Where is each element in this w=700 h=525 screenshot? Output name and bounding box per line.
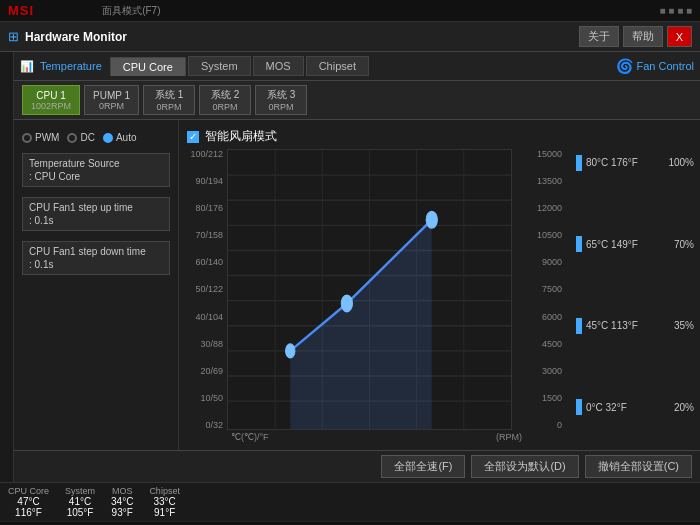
- fan-control-bar: CPU 1 1002RPM PUMP 1 0RPM 系统 1 0RPM 系统 2…: [14, 81, 700, 120]
- scale-temp-4: 0°C 32°F: [586, 402, 627, 413]
- msi-bar: MSI 面具模式(F7) ■ ■ ■ ■: [0, 0, 700, 22]
- chart-area: ✓ 智能风扇模式 100/212 90/194 80/176 70/158 60…: [179, 120, 570, 450]
- chart-point-3[interactable]: [426, 211, 437, 228]
- step-down-label: CPU Fan1 step down time: [29, 246, 163, 257]
- status-mos-label: MOS: [111, 486, 133, 496]
- temp-tab-icon: 📊: [20, 60, 34, 73]
- radio-dc[interactable]: DC: [67, 132, 94, 143]
- status-system-label: System: [65, 486, 95, 496]
- left-sidebar: [0, 52, 14, 482]
- step-up-time-box: CPU Fan1 step up time : 0.1s: [22, 197, 170, 231]
- title-bar-left: ⊞ Hardware Monitor: [8, 29, 127, 44]
- help-button[interactable]: 帮助: [623, 26, 663, 47]
- scale-bar-1: [576, 155, 582, 171]
- full-speed-button[interactable]: 全部全速(F): [381, 455, 465, 478]
- tab-chipset[interactable]: Chipset: [306, 56, 369, 76]
- radio-auto[interactable]: Auto: [103, 132, 137, 143]
- status-chipset-label: Chipset: [149, 486, 180, 496]
- right-scale: 80°C 176°F 100% 65°C 149°F 70% 45°C 113°…: [570, 120, 700, 450]
- status-chipset: Chipset 33°C 91°F: [149, 486, 180, 518]
- status-system-temp2: 105°F: [65, 507, 95, 518]
- step-down-time-box: CPU Fan1 step down time : 0.1s: [22, 241, 170, 275]
- radio-dc-label: DC: [80, 132, 94, 143]
- x-unit-right: (RPM): [496, 432, 522, 442]
- tab-bar: 📊 Temperature CPU Core System MOS Chipse…: [14, 52, 700, 81]
- fan-control-label[interactable]: Fan Control: [637, 60, 694, 72]
- scale-pct-4: 20%: [674, 402, 694, 413]
- chart-svg[interactable]: [228, 150, 511, 429]
- temperature-source-label: Temperature Source: [29, 158, 163, 169]
- content-area: PWM DC Auto Temperature Source : CPU Cor…: [14, 120, 700, 450]
- tab-mos[interactable]: MOS: [253, 56, 304, 76]
- radio-dc-circle: [67, 133, 77, 143]
- about-button[interactable]: 关于: [579, 26, 619, 47]
- status-cpu-core-temp2: 116°F: [8, 507, 49, 518]
- fan-control-icon: 🌀: [616, 58, 633, 74]
- step-up-value: : 0.1s: [29, 213, 163, 226]
- scale-bar-4: [576, 399, 582, 415]
- tab-system[interactable]: System: [188, 56, 251, 76]
- radio-pwm-label: PWM: [35, 132, 59, 143]
- msi-bar-right: ■ ■ ■ ■: [660, 5, 693, 16]
- radio-auto-circle: [103, 133, 113, 143]
- chart-x-axis: ℃(℃)/°F (RPM): [187, 430, 562, 442]
- radio-pwm-circle: [22, 133, 32, 143]
- title-bar-right: 关于 帮助 X: [579, 26, 692, 47]
- scale-row-1: 80°C 176°F 100%: [576, 155, 694, 171]
- chart-title: 智能风扇模式: [205, 128, 277, 145]
- msi-logo: MSI: [8, 3, 34, 18]
- main-content: 📊 Temperature CPU Core System MOS Chipse…: [0, 52, 700, 482]
- chart-point-1[interactable]: [286, 344, 295, 358]
- scale-row-2: 65°C 149°F 70%: [576, 236, 694, 252]
- window-title: Hardware Monitor: [25, 30, 127, 44]
- x-unit-left: ℃(℃)/°F: [231, 432, 269, 442]
- step-down-value: : 0.1s: [29, 257, 163, 270]
- step-up-label: CPU Fan1 step up time: [29, 202, 163, 213]
- left-controls: PWM DC Auto Temperature Source : CPU Cor…: [14, 120, 179, 450]
- status-chipset-temp1: 33°C: [149, 496, 180, 507]
- status-mos-temp2: 93°F: [111, 507, 133, 518]
- temperature-source-value: : CPU Core: [29, 169, 163, 182]
- scale-temp-1: 80°C 176°F: [586, 157, 638, 168]
- chart-title-bar: ✓ 智能风扇模式: [187, 128, 562, 145]
- chart-container[interactable]: 100/212 90/194 80/176 70/158 60/140 50/1…: [187, 149, 562, 430]
- scale-row-4: 0°C 32°F 20%: [576, 399, 694, 415]
- status-cpu-core-label: CPU Core: [8, 486, 49, 496]
- status-mos: MOS 34°C 93°F: [111, 486, 133, 518]
- status-mos-temp1: 34°C: [111, 496, 133, 507]
- scale-temp-3: 45°C 113°F: [586, 320, 638, 331]
- radio-auto-label: Auto: [116, 132, 137, 143]
- scale-pct-2: 70%: [674, 239, 694, 250]
- scale-bar-2: [576, 236, 582, 252]
- fan-sys1-button[interactable]: 系统 1 0RPM: [143, 85, 195, 115]
- mode-label: 面具模式(F7): [102, 4, 160, 18]
- chart-y-left: 100/212 90/194 80/176 70/158 60/140 50/1…: [187, 149, 227, 430]
- temperature-tab-label[interactable]: Temperature: [40, 60, 102, 72]
- tab-cpu-core[interactable]: CPU Core: [110, 57, 186, 76]
- scale-temp-2: 65°C 149°F: [586, 239, 638, 250]
- bottom-buttons: 全部全速(F) 全部设为默认(D) 撤销全部设置(C): [14, 450, 700, 482]
- fan-pump1-button[interactable]: PUMP 1 0RPM: [84, 85, 139, 115]
- chart-enable-checkbox[interactable]: ✓: [187, 131, 199, 143]
- fan-speed-buttons: CPU 1 1002RPM PUMP 1 0RPM 系统 1 0RPM 系统 2…: [22, 85, 307, 115]
- fan-sys3-button[interactable]: 系统 3 0RPM: [255, 85, 307, 115]
- status-bar: CPU Core 47°C 116°F System 41°C 105°F MO…: [0, 482, 700, 521]
- title-bar: ⊞ Hardware Monitor 关于 帮助 X: [0, 22, 700, 52]
- set-default-button[interactable]: 全部设为默认(D): [471, 455, 578, 478]
- status-system-temp1: 41°C: [65, 496, 95, 507]
- close-button[interactable]: X: [667, 26, 692, 47]
- fan-cpu1-button[interactable]: CPU 1 1002RPM: [22, 85, 80, 115]
- scale-pct-1: 100%: [668, 157, 694, 168]
- chart-y-right: 15000 13500 12000 10500 9000 7500 6000 4…: [512, 149, 562, 430]
- scale-bar-3: [576, 318, 582, 334]
- status-system: System 41°C 105°F: [65, 486, 95, 518]
- status-chipset-temp2: 91°F: [149, 507, 180, 518]
- center-panel: 📊 Temperature CPU Core System MOS Chipse…: [14, 52, 700, 482]
- chart-main[interactable]: [227, 149, 512, 430]
- fan-sys2-button[interactable]: 系统 2 0RPM: [199, 85, 251, 115]
- status-cpu-core: CPU Core 47°C 116°F: [8, 486, 49, 518]
- cancel-all-button[interactable]: 撤销全部设置(C): [585, 455, 692, 478]
- chart-point-2[interactable]: [341, 295, 352, 312]
- radio-pwm[interactable]: PWM: [22, 132, 59, 143]
- scale-row-3: 45°C 113°F 35%: [576, 318, 694, 334]
